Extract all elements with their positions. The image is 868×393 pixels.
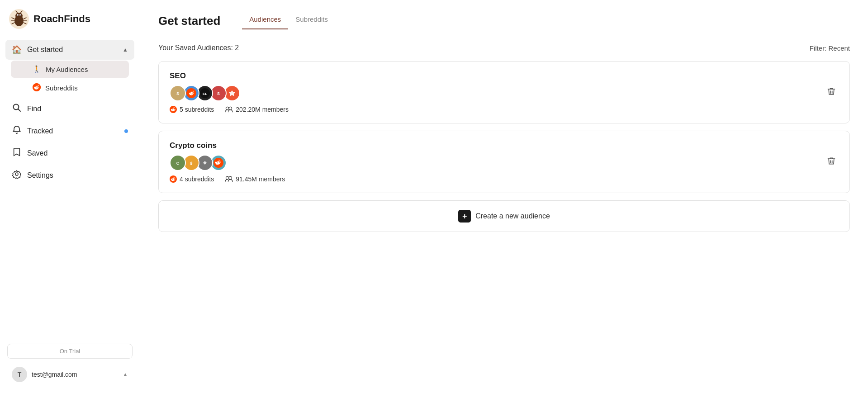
svg-text:S: S	[176, 91, 179, 96]
saved-label: Saved	[27, 149, 47, 157]
members-icon	[225, 106, 233, 113]
svg-marker-19	[12, 170, 21, 179]
member-count-text: 202.20M members	[236, 106, 289, 113]
tabs: Audiences Subreddits	[242, 13, 335, 29]
person-icon: 🚶	[33, 65, 41, 73]
find-label: Find	[27, 105, 41, 113]
audience-meta-crypto: 4 subreddits 91.45M members	[170, 175, 285, 183]
delete-audience-seo[interactable]	[824, 84, 839, 101]
audience-card-crypto: Crypto coins C ₿	[158, 131, 850, 193]
svg-point-6	[20, 15, 21, 16]
svg-point-5	[18, 15, 19, 16]
home-icon: 🏠	[12, 45, 22, 55]
audiences-count: Your Saved Audiences: 2	[158, 44, 239, 52]
audience-avatars-crypto: C ₿	[170, 155, 285, 171]
user-avatar: T	[12, 367, 27, 382]
user-initial: T	[18, 371, 22, 378]
settings-label: Settings	[27, 171, 53, 180]
bookmark-icon	[12, 147, 22, 159]
tab-audiences[interactable]: Audiences	[242, 13, 288, 29]
reddit-small-icon-2	[170, 175, 177, 183]
page-header: Get started Audiences Subreddits	[158, 13, 850, 29]
audience-name-crypto: Crypto coins	[170, 141, 285, 150]
search-icon	[12, 103, 22, 114]
audiences-header: Your Saved Audiences: 2 Filter: Recent	[158, 44, 850, 52]
audience-card-seo: SEO S	[158, 61, 850, 123]
create-button-label: Create a new audience	[475, 212, 550, 220]
sidebar-item-label: Get started	[27, 46, 63, 54]
sub-nav-label: My Audiences	[46, 66, 88, 73]
audience-card-left-crypto: Crypto coins C ₿	[170, 141, 285, 183]
tracked-label: Tracked	[27, 127, 53, 135]
tab-subreddits[interactable]: Subreddits	[288, 13, 335, 29]
subreddit-avatar: S	[170, 85, 186, 101]
sidebar-item-saved[interactable]: Saved	[5, 142, 134, 164]
trial-label: On Trial	[60, 348, 81, 355]
svg-point-20	[15, 173, 18, 175]
notification-dot	[124, 129, 128, 133]
members-icon-2	[225, 176, 233, 182]
roach-logo-icon	[9, 9, 29, 29]
svg-text:EL: EL	[203, 92, 207, 96]
audience-name-seo: SEO	[170, 71, 289, 80]
audience-card-left-seo: SEO S	[170, 71, 289, 113]
user-row[interactable]: T test@gmail.com ▲	[7, 363, 133, 386]
sidebar: RoachFinds 🏠 Get started ▲ 🚶 My Audience…	[0, 0, 140, 393]
subreddit-avatar: C	[170, 155, 186, 171]
logo-area: RoachFinds	[0, 0, 140, 40]
trash-icon	[827, 87, 836, 96]
reddit-small-icon	[170, 106, 177, 113]
delete-audience-crypto[interactable]	[824, 154, 839, 170]
svg-text:S: S	[217, 91, 220, 96]
main-content: Get started Audiences Subreddits Your Sa…	[140, 0, 868, 393]
subreddit-count-crypto: 4 subreddits	[170, 175, 214, 183]
sidebar-item-find[interactable]: Find	[5, 98, 134, 119]
nav-section: 🏠 Get started ▲ 🚶 My Audiences Subreddit…	[0, 40, 140, 338]
sidebar-footer: On Trial T test@gmail.com ▲	[0, 338, 140, 393]
chevron-up-icon: ▲	[123, 47, 128, 53]
svg-point-33	[229, 107, 232, 110]
subreddit-count-text: 5 subreddits	[180, 106, 214, 113]
filter-recent[interactable]: Filter: Recent	[810, 44, 850, 52]
plus-icon: +	[458, 210, 471, 223]
trash-icon-2	[827, 156, 836, 166]
subreddits-label: Subreddits	[45, 84, 78, 92]
svg-line-18	[18, 109, 20, 111]
subreddit-count-seo: 5 subreddits	[170, 106, 214, 113]
page-title: Get started	[158, 14, 220, 28]
member-count-crypto: 91.45M members	[225, 175, 285, 183]
svg-text:C: C	[176, 161, 180, 166]
reddit-icon	[33, 83, 41, 93]
subreddit-count-text-crypto: 4 subreddits	[180, 175, 214, 183]
audience-meta-seo: 5 subreddits 202.20M members	[170, 106, 289, 113]
audience-avatars-seo: S EL	[170, 85, 289, 101]
user-email: test@gmail.com	[32, 371, 118, 378]
sidebar-item-my-audiences[interactable]: 🚶 My Audiences	[11, 61, 129, 78]
sidebar-item-settings[interactable]: Settings	[5, 165, 134, 186]
sidebar-item-get-started[interactable]: 🏠 Get started ▲	[5, 40, 134, 60]
svg-point-32	[226, 107, 229, 110]
bell-icon	[12, 125, 22, 137]
member-count-seo: 202.20M members	[225, 106, 289, 113]
sidebar-item-subreddits[interactable]: Subreddits	[11, 79, 129, 97]
on-trial-badge: On Trial	[7, 344, 133, 359]
sub-nav: 🚶 My Audiences Subreddits	[5, 61, 134, 97]
gear-icon	[12, 170, 22, 181]
chevron-up-icon-user: ▲	[123, 371, 128, 378]
create-audience-button[interactable]: + Create a new audience	[158, 200, 850, 232]
sidebar-item-tracked[interactable]: Tracked	[5, 120, 134, 142]
svg-point-43	[229, 176, 232, 180]
app-name: RoachFinds	[33, 13, 90, 25]
svg-point-2	[15, 13, 23, 19]
member-count-text-crypto: 91.45M members	[236, 175, 285, 183]
svg-point-42	[226, 176, 229, 180]
